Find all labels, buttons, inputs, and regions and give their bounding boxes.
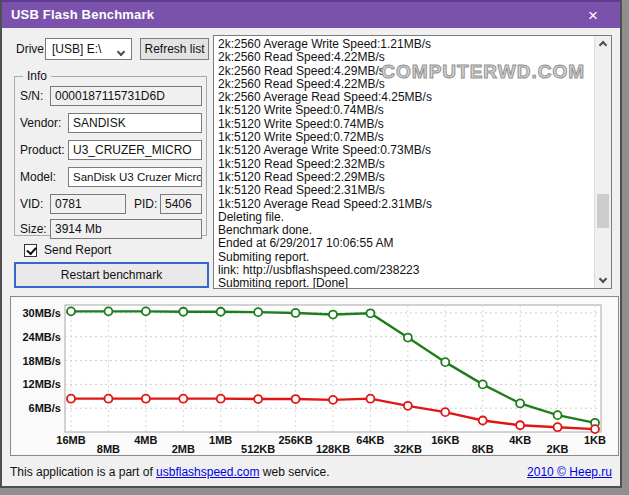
send-report-checkbox[interactable]: [24, 244, 37, 257]
log-scrollbar[interactable]: [594, 36, 611, 288]
svg-text:16MB: 16MB: [56, 434, 85, 446]
svg-text:1KB: 1KB: [584, 434, 606, 446]
refresh-list-button[interactable]: Refresh list: [140, 38, 209, 60]
size-field: 3914 Mb: [50, 219, 202, 239]
svg-text:16KB: 16KB: [431, 434, 459, 446]
drive-select-value: [USB] E:\: [52, 42, 101, 56]
svg-text:512KB: 512KB: [241, 443, 275, 455]
speed-chart: 6MB/s12MB/s18MB/s24MB/s30MB/s16MB8MB4MB2…: [11, 297, 618, 455]
vid-label: VID:: [20, 197, 43, 211]
svg-text:128KB: 128KB: [316, 443, 350, 455]
scrollbar-thumb[interactable]: [597, 194, 609, 228]
model-field[interactable]: SanDisk U3 Cruzer Micro: [68, 167, 202, 187]
window-body: Drive: [USB] E:\ Refresh list Info S/N: …: [2, 28, 620, 486]
chevron-down-icon: [599, 275, 607, 283]
svg-text:30MB/s: 30MB/s: [22, 307, 61, 319]
pid-field: 5406: [160, 194, 202, 214]
svg-text:4MB: 4MB: [134, 434, 157, 446]
info-legend: Info: [23, 69, 51, 83]
sn-label: S/N:: [20, 89, 43, 103]
vid-field: 0781: [50, 194, 126, 214]
product-label: Product:: [20, 143, 65, 157]
footer-text-prefix: This application is a part of: [10, 465, 156, 479]
watermark-text: COMPUTERWD.COM: [381, 61, 585, 83]
svg-text:8MB: 8MB: [97, 443, 120, 455]
svg-text:6MB/s: 6MB/s: [29, 402, 61, 414]
app-window: USB Flash Benchmark × Drive: [USB] E:\ R…: [0, 0, 622, 488]
send-report-label[interactable]: Send Report: [44, 243, 111, 257]
svg-text:18MB/s: 18MB/s: [22, 355, 61, 367]
restart-benchmark-button[interactable]: Restart benchmark: [14, 262, 209, 288]
svg-text:256KB: 256KB: [278, 434, 312, 446]
vendor-field[interactable]: SANDISK: [68, 113, 202, 133]
usbflashspeed-link[interactable]: usbflashspeed.com: [156, 465, 259, 479]
svg-text:1MB: 1MB: [209, 434, 232, 446]
speed-chart-panel: 6MB/s12MB/s18MB/s24MB/s30MB/s16MB8MB4MB2…: [10, 296, 619, 456]
model-label: Model:: [20, 170, 56, 184]
heep-credit-link[interactable]: 2010 © Heep.ru: [527, 465, 612, 479]
svg-text:8KB: 8KB: [472, 443, 494, 455]
svg-text:12MB/s: 12MB/s: [22, 378, 61, 390]
close-icon[interactable]: ×: [576, 4, 610, 28]
svg-text:32KB: 32KB: [394, 443, 422, 455]
drive-label: Drive:: [16, 42, 47, 56]
vendor-label: Vendor:: [20, 116, 61, 130]
svg-text:24MB/s: 24MB/s: [22, 331, 61, 343]
drive-select[interactable]: [USB] E:\: [45, 38, 132, 60]
window-title: USB Flash Benchmark: [11, 7, 154, 22]
chevron-down-icon: [117, 48, 125, 56]
footer-text-suffix: web service.: [259, 465, 329, 479]
sn-field: 0000187115731D6D: [50, 86, 202, 106]
chevron-up-icon: [599, 41, 607, 49]
footer-text: This application is a part of usbflashsp…: [10, 465, 330, 479]
product-field[interactable]: U3_CRUZER_MICRO: [68, 140, 202, 160]
log-panel[interactable]: 2k:2560 Average Write Speed:1.21MB/s2k:2…: [213, 35, 612, 289]
desktop-background: USB Flash Benchmark × Drive: [USB] E:\ R…: [0, 0, 629, 495]
svg-text:2KB: 2KB: [547, 443, 569, 455]
size-label: Size:: [20, 222, 47, 236]
svg-text:4KB: 4KB: [509, 434, 531, 446]
scrollbar-down-button[interactable]: [595, 272, 611, 288]
svg-text:2MB: 2MB: [172, 443, 195, 455]
scrollbar-up-button[interactable]: [595, 36, 611, 52]
pid-label: PID:: [134, 197, 157, 211]
svg-text:64KB: 64KB: [356, 434, 384, 446]
title-bar: USB Flash Benchmark ×: [2, 0, 620, 28]
